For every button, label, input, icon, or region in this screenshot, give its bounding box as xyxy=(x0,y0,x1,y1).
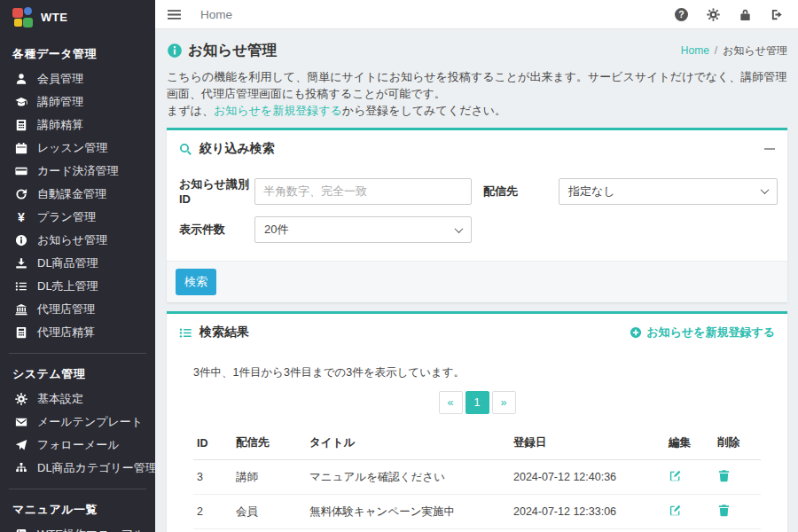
count-select-value: 20件 xyxy=(264,222,456,238)
sidebar-item-label: 代理店管理 xyxy=(37,301,95,317)
sidebar-item-label: 基本設定 xyxy=(37,391,83,407)
table-row: 3 講師 マニュアルを確認ください 2024-07-12 12:40:36 xyxy=(193,460,761,495)
pagination-page-1-button[interactable]: 1 xyxy=(466,391,489,414)
count-label: 表示件数 xyxy=(179,222,254,238)
pagination-top: «1» xyxy=(193,391,761,414)
gear-icon xyxy=(14,392,28,406)
delete-button[interactable] xyxy=(717,469,731,482)
sidebar-item-notice-management[interactable]: お知らせ管理 xyxy=(0,229,155,252)
sidebar-item-label: カード決済管理 xyxy=(37,163,119,179)
cell-id: 2 xyxy=(193,495,232,529)
sidebar-item-agency-settlement[interactable]: 代理店精算 xyxy=(0,321,155,344)
bank-icon xyxy=(14,302,28,317)
cell-id: 3 xyxy=(193,460,232,495)
filter-form: お知らせ識別ID 配信先 指定なし 表示件数 20件 xyxy=(167,166,787,261)
lock-icon[interactable] xyxy=(739,8,752,21)
wte-logo-icon xyxy=(12,7,33,27)
sidebar-item-basic-settings[interactable]: 基本設定 xyxy=(0,387,155,411)
sidebar-item-card-payment-management[interactable]: カード決済管理 xyxy=(0,160,155,183)
info-circle-icon xyxy=(14,233,28,247)
target-select-value: 指定なし xyxy=(568,184,762,200)
sidebar-item-dl-sales-management[interactable]: DL売上管理 xyxy=(0,275,155,298)
settings-gear-icon[interactable] xyxy=(707,8,720,21)
sidebar-item-follow-mail[interactable]: フォローメール xyxy=(0,434,155,457)
sidebar-item-label: お知らせ管理 xyxy=(37,232,107,248)
results-body: 3件中、1件目から3件目までの3件を表示しています。 «1» ID配信先タイトル… xyxy=(167,349,787,532)
sidebar: WTE 各種データ管理会員管理講師管理講師精算レッスン管理カード決済管理自動課金… xyxy=(0,0,155,532)
sidebar-item-dl-product-category-management[interactable]: DL商品カテゴリー管理 xyxy=(0,457,155,480)
sidebar-item-label: DL商品管理 xyxy=(37,255,98,271)
sidebar-item-label: 自動課金管理 xyxy=(37,186,106,202)
app-window: WTE 各種データ管理会員管理講師管理講師精算レッスン管理カード決済管理自動課金… xyxy=(0,0,798,532)
sidebar-item-plan-management[interactable]: ¥プラン管理 xyxy=(0,206,155,229)
sidebar-item-auto-billing-management[interactable]: 自動課金管理 xyxy=(0,183,155,206)
filter-card: 絞り込み検索 お知らせ識別ID 配信先 指定なし 表示件数 20件 xyxy=(167,128,787,302)
breadcrumb-home-link[interactable]: Home xyxy=(681,44,709,57)
sidebar-nav: 各種データ管理会員管理講師管理講師精算レッスン管理カード決済管理自動課金管理¥プ… xyxy=(0,34,155,532)
topbar-home-link[interactable]: Home xyxy=(200,8,232,21)
pagination-prev-button[interactable]: « xyxy=(439,391,463,414)
brand[interactable]: WTE xyxy=(0,0,155,34)
register-notice-inline-link[interactable]: お知らせを新規登録する xyxy=(214,104,342,117)
target-select[interactable]: 指定なし xyxy=(559,178,778,205)
filter-card-footer: 検索 xyxy=(167,261,787,302)
sidebar-item-label: プラン管理 xyxy=(37,209,96,225)
cell-date: 2024-01-15 08:28:49 xyxy=(510,529,665,532)
sidebar-item-dl-product-management[interactable]: DL商品管理 xyxy=(0,252,155,275)
sidebar-item-mail-template[interactable]: メールテンプレート xyxy=(0,411,155,434)
register-notice-link[interactable]: お知らせを新規登録する xyxy=(630,325,775,340)
results-title: 検索結果 xyxy=(200,325,249,340)
cell-date: 2024-07-12 12:33:06 xyxy=(510,495,665,529)
sidebar-item-wte-operation-manual[interactable]: WTE操作マニュアル xyxy=(0,523,155,532)
logout-icon[interactable] xyxy=(771,8,784,21)
collapse-icon[interactable] xyxy=(764,148,775,150)
target-label: 配信先 xyxy=(483,184,559,200)
envelope-icon xyxy=(14,415,28,429)
sidebar-item-agency-management[interactable]: 代理店管理 xyxy=(0,298,155,321)
table-header-cell: タイトル xyxy=(306,426,510,460)
description-line2-suffix: から登録をしてみてください。 xyxy=(342,104,506,117)
edit-button[interactable] xyxy=(669,504,682,517)
sidebar-item-instructor-settlement[interactable]: 講師精算 xyxy=(0,113,155,137)
sitemap-icon xyxy=(14,461,28,475)
cell-title: マニュアルを確認ください xyxy=(306,460,510,495)
breadcrumb-separator: / xyxy=(715,44,717,57)
help-icon[interactable]: ? xyxy=(675,8,688,21)
sidebar-section-title: マニュアル一覧 xyxy=(0,489,155,523)
table-header-cell: 編集 xyxy=(665,426,714,460)
search-button[interactable]: 検索 xyxy=(176,269,216,295)
edit-button[interactable] xyxy=(669,469,682,482)
table-header-cell: ID xyxy=(193,426,232,460)
filter-row-1: お知らせ識別ID 配信先 指定なし xyxy=(179,176,778,206)
calculator-icon xyxy=(14,325,28,340)
page-title: お知らせ管理 xyxy=(188,41,277,60)
notice-id-input[interactable] xyxy=(254,178,472,205)
results-summary: 3件中、1件目から3件目までの3件を表示しています。 xyxy=(193,365,761,380)
delete-button[interactable] xyxy=(717,504,731,517)
sidebar-item-lesson-management[interactable]: レッスン管理 xyxy=(0,137,155,160)
sidebar-item-label: DL売上管理 xyxy=(37,278,98,294)
plus-circle-icon xyxy=(630,326,642,339)
chevron-down-icon xyxy=(455,224,464,233)
list-icon xyxy=(14,279,28,293)
main-area: Home ? お知らせ管理 Home / お知らせ管理 こちらの機能を利用して、… xyxy=(155,0,798,532)
sidebar-item-member-management[interactable]: 会員管理 xyxy=(0,67,155,90)
calendar-icon xyxy=(14,141,28,155)
credit-card-icon xyxy=(14,164,28,178)
cell-id: 1 xyxy=(193,529,232,532)
results-card: 検索結果 お知らせを新規登録する 3件中、1件目から3件目までの3件を表示してい… xyxy=(167,311,787,532)
notice-id-label: お知らせ識別ID xyxy=(179,176,254,206)
sidebar-item-label: 講師管理 xyxy=(37,94,83,110)
sidebar-section-title: システム管理 xyxy=(0,354,155,387)
results-table: ID配信先タイトル登録日編集削除 3 講師 マニュアルを確認ください 2024-… xyxy=(193,426,761,532)
filter-row-2: 表示件数 20件 xyxy=(179,216,778,243)
paper-plane-icon xyxy=(14,438,28,452)
topbar-icons: ? xyxy=(675,8,784,21)
cell-target: 会員 xyxy=(232,495,306,529)
menu-toggle-button[interactable] xyxy=(167,6,183,22)
sidebar-item-instructor-management[interactable]: 講師管理 xyxy=(0,90,155,113)
count-select[interactable]: 20件 xyxy=(254,216,472,243)
results-card-header: 検索結果 お知らせを新規登録する xyxy=(167,314,787,349)
table-header-cell: 削除 xyxy=(714,426,761,460)
pagination-next-button[interactable]: » xyxy=(492,391,516,414)
